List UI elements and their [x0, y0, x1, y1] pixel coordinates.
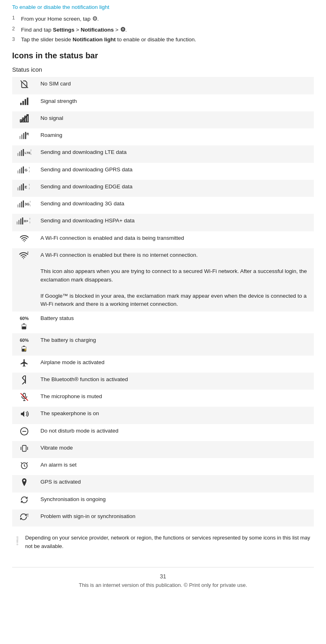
svg-rect-38	[23, 200, 24, 207]
step-2: 2 Find and tap Settings > Notifications …	[12, 25, 314, 34]
status-description: Sending and downloading EDGE data	[36, 180, 314, 197]
table-row: The Bluetooth® function is activated	[12, 373, 314, 390]
svg-text:G: G	[25, 168, 28, 172]
lte-icon: LTE ↑↓	[17, 148, 32, 157]
airplane-icon	[20, 358, 29, 367]
no-signal-icon	[12, 111, 36, 128]
table-row: No SIM card	[12, 77, 314, 94]
vibrate-icon	[20, 444, 29, 453]
svg-rect-37	[21, 202, 22, 207]
svg-text:↓: ↓	[29, 221, 31, 224]
table-row: LTE ↑↓Sending and downloading LTE data	[12, 145, 314, 162]
status-description: A Wi-Fi connection is enabled and data i…	[36, 231, 314, 248]
title-link[interactable]: To enable or disable the notification li…	[12, 4, 314, 10]
svg-rect-21	[17, 170, 19, 173]
table-row: 60% ⚡ The battery is charging	[12, 333, 314, 356]
mic-muted-icon	[20, 392, 29, 401]
step-3-number: 3	[12, 36, 18, 44]
svg-text:!: !	[27, 513, 28, 518]
status-description: GPS is activated	[36, 475, 314, 492]
table-row: 60% Battery status	[12, 311, 314, 334]
dnd-icon	[20, 427, 29, 436]
step-1-number: 1	[12, 14, 18, 23]
no-signal-icon	[20, 114, 29, 123]
gps-icon	[21, 478, 28, 487]
gprs-icon: G ↑↓	[17, 166, 32, 175]
steps-list: 1 From your Home screen, tap ⚙. 2 Find a…	[12, 14, 314, 44]
battery-charging-icon: 60% ⚡	[12, 333, 36, 356]
svg-rect-1	[22, 101, 24, 105]
page-footer: 31 This is an internet version of this p…	[12, 567, 314, 588]
svg-text:E: E	[25, 185, 27, 189]
status-description: Airplane mode is activated	[36, 356, 314, 373]
sync-problem-icon: !	[19, 512, 30, 521]
mic-muted-icon	[12, 390, 36, 407]
exclamation-icon: ❕	[12, 534, 21, 551]
wifi-no-internet-icon: !	[19, 251, 30, 260]
status-description: Roaming	[36, 128, 314, 145]
status-description: The microphone is muted	[36, 390, 314, 407]
step-2-text: Find and tap Settings > Notifications > …	[21, 25, 127, 34]
table-row: !Problem with sign-in or synchronisation	[12, 510, 314, 527]
step-1: 1 From your Home screen, tap ⚙.	[12, 14, 314, 23]
footer-text: This is an internet version of this publ…	[79, 582, 247, 588]
status-description: Sending and downloading GPRS data	[36, 163, 314, 180]
battery-charging-icon: ⚡	[21, 345, 28, 352]
sync-icon	[20, 495, 29, 504]
table-row: G ↑↓Sending and downloading GPRS data	[12, 163, 314, 180]
sync-icon	[12, 493, 36, 510]
status-description: Do not disturb mode is activated	[36, 424, 314, 441]
status-description: Sending and downloading LTE data	[36, 145, 314, 162]
status-description: A Wi-Fi connection is enabled but there …	[36, 248, 314, 311]
wifi-active-icon	[20, 234, 29, 243]
svg-rect-45	[22, 218, 23, 224]
sync-problem-icon: !	[12, 510, 36, 527]
svg-text:⚡: ⚡	[23, 348, 27, 351]
wifi-active-icon	[12, 231, 36, 248]
svg-rect-35	[17, 205, 19, 207]
sub-heading: Status icon	[12, 66, 314, 73]
table-row: Synchronisation is ongoing	[12, 493, 314, 510]
status-description: Signal strength	[36, 94, 314, 111]
svg-point-49	[24, 241, 25, 242]
svg-rect-67	[22, 445, 26, 451]
svg-rect-2	[25, 99, 26, 105]
speakerphone-icon	[12, 407, 36, 424]
svg-rect-17	[23, 149, 24, 156]
table-row: 3G ↑↓Sending and downloading 3G data	[12, 197, 314, 214]
signal-strength-icon	[20, 97, 29, 106]
svg-text:3G: 3G	[25, 202, 30, 206]
svg-text:R: R	[27, 132, 29, 136]
status-description: Vibrate mode	[36, 441, 314, 458]
svg-rect-53	[23, 324, 25, 324]
svg-rect-14	[17, 153, 19, 156]
table-row: E ↑↓Sending and downloading EDGE data	[12, 180, 314, 197]
svg-text:H+: H+	[24, 220, 28, 223]
page-number: 31	[12, 573, 314, 580]
alarm-icon	[12, 458, 36, 475]
status-description: No SIM card	[36, 77, 314, 94]
note-text: Depending on your service provider, netw…	[25, 534, 314, 551]
3g-icon: 3G ↑↓	[17, 200, 32, 209]
battery-status-icon	[21, 323, 28, 330]
edge-icon: E ↑↓	[12, 180, 36, 197]
svg-rect-23	[21, 167, 22, 173]
signal-strength-icon	[12, 94, 36, 111]
status-description: An alarm is set	[36, 458, 314, 475]
wifi-no-internet-icon: !	[12, 248, 36, 311]
status-description: The Bluetooth® function is activated	[36, 373, 314, 390]
hspa-icon: H+ ↑↓	[12, 214, 36, 231]
speakerphone-icon	[20, 409, 29, 418]
svg-rect-31	[23, 183, 24, 190]
roaming-icon: R	[19, 131, 30, 140]
status-description: Sending and downloading 3G data	[36, 197, 314, 214]
status-description: The battery is charging	[36, 333, 314, 356]
gps-icon	[12, 475, 36, 492]
status-description: Synchronisation is ongoing	[36, 493, 314, 510]
svg-rect-44	[20, 219, 21, 225]
table-row: Airplane mode is activated	[12, 356, 314, 373]
svg-point-69	[23, 480, 25, 482]
table-row: Do not disturb mode is activated	[12, 424, 314, 441]
table-row: No signal	[12, 111, 314, 128]
table-row: !A Wi-Fi connection is enabled but there…	[12, 248, 314, 311]
